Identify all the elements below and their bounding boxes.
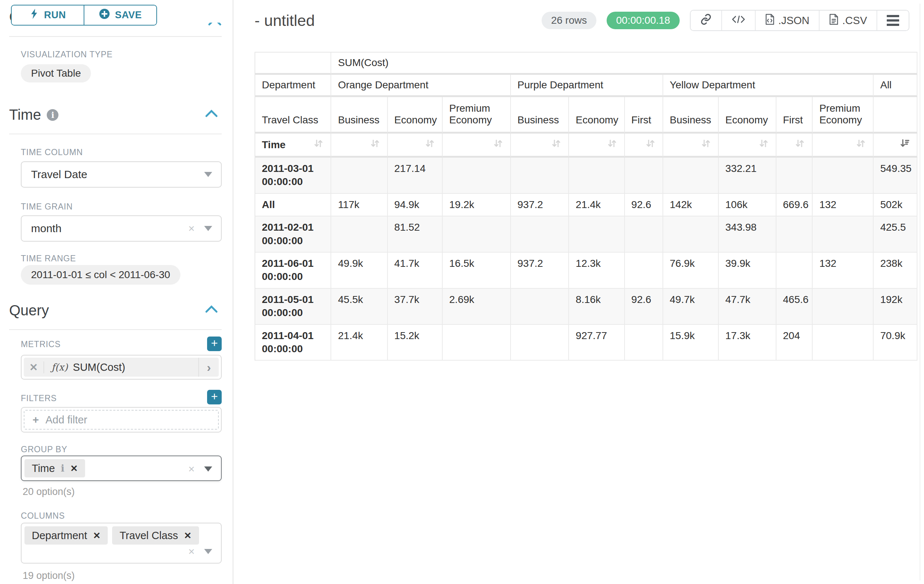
- pivot-department-header: Purple Department: [511, 75, 663, 97]
- sort-column[interactable]: [719, 133, 776, 158]
- sort-icon[interactable]: [424, 138, 436, 151]
- lightning-icon: [30, 8, 39, 22]
- chip-remove-icon[interactable]: ✕: [70, 463, 78, 474]
- pivot-cell: 204: [776, 325, 813, 361]
- add-filter-plus-button[interactable]: +: [207, 390, 222, 405]
- share-link-button[interactable]: [691, 11, 721, 30]
- dimension-chip[interactable]: Department✕: [25, 526, 108, 545]
- sort-column[interactable]: [625, 133, 663, 158]
- view-query-button[interactable]: [721, 11, 755, 30]
- pivot-cell: 142k: [663, 194, 719, 216]
- dimension-chip[interactable]: Travel Class✕: [112, 526, 199, 545]
- add-metric-button[interactable]: +: [207, 337, 222, 351]
- visualization-type-value[interactable]: Pivot Table: [21, 64, 91, 82]
- columns-label: COLUMNS: [21, 511, 65, 521]
- sort-icon[interactable]: [493, 138, 504, 151]
- pivot-cell: 117k: [331, 194, 388, 216]
- sort-icon[interactable]: [551, 138, 562, 151]
- pivot-department-header: All: [874, 75, 917, 97]
- columns-chips: Department✕Travel Class✕: [21, 523, 221, 548]
- time-grain-label: TIME GRAIN: [21, 202, 73, 212]
- chart-type-collapse-chevron[interactable]: [208, 23, 224, 27]
- sort-column[interactable]: [443, 133, 511, 158]
- export-csv-button[interactable]: .CSV: [819, 11, 876, 30]
- remove-metric-icon[interactable]: ✕: [24, 361, 44, 373]
- pivot-cell: [813, 325, 874, 361]
- time-range-value[interactable]: 2011-01-01 ≤ col < 2011-06-30: [21, 265, 180, 285]
- pivot-cell: 669.6: [776, 194, 813, 216]
- pivot-travel-class-header: Premium Economy: [443, 97, 511, 133]
- pivot-travel-class-header: Business: [511, 97, 569, 133]
- save-button[interactable]: SAVE: [84, 5, 156, 25]
- pivot-cell: 49.9k: [331, 253, 388, 289]
- pivot-cell: 106k: [719, 194, 776, 216]
- time-collapse-chevron[interactable]: [205, 110, 218, 119]
- time-column-select[interactable]: Travel Date: [21, 161, 222, 188]
- sort-icon[interactable]: [645, 138, 656, 151]
- metric-name: SUM(Cost): [73, 361, 125, 373]
- pivot-cell: [569, 158, 625, 194]
- pivot-cell: 94.9k: [388, 194, 443, 216]
- pivot-cell: 19.2k: [443, 194, 511, 216]
- chart-menu-button[interactable]: [876, 11, 909, 30]
- pivot-cell: [511, 325, 569, 361]
- pivot-travel-class-header: Economy: [719, 97, 776, 133]
- sort-column[interactable]: [813, 133, 874, 158]
- clear-icon[interactable]: ×: [188, 223, 195, 234]
- sort-icon[interactable]: [701, 138, 711, 151]
- pivot-cell: [813, 158, 874, 194]
- group-by-select[interactable]: Timei✕ ×: [21, 456, 222, 481]
- sort-icon[interactable]: [607, 138, 617, 151]
- pivot-cell: [569, 216, 625, 253]
- sort-desc-icon[interactable]: [899, 138, 910, 151]
- chart-title[interactable]: - untitled: [254, 12, 315, 30]
- export-json-button[interactable]: .JSON: [755, 11, 819, 30]
- sort-icon[interactable]: [313, 138, 324, 151]
- info-icon: i: [61, 463, 64, 474]
- chip-label: Travel Class: [119, 530, 178, 542]
- sort-column[interactable]: [388, 133, 443, 158]
- sort-icon[interactable]: [794, 138, 805, 151]
- chip-remove-icon[interactable]: ✕: [93, 530, 101, 541]
- sort-column-all-active[interactable]: [874, 133, 917, 158]
- pivot-cell: 132: [813, 194, 874, 216]
- pivot-cell: 2.69k: [443, 289, 511, 325]
- sort-column-time[interactable]: Time: [255, 133, 331, 158]
- divider: [9, 36, 222, 37]
- sort-icon[interactable]: [855, 138, 866, 151]
- pivot-cell: [443, 158, 511, 194]
- sort-column[interactable]: [331, 133, 388, 158]
- query-collapse-chevron[interactable]: [205, 305, 218, 315]
- pivot-travel-class-header: Economy: [388, 97, 443, 133]
- metric-chip[interactable]: ✕ ƒ(x) SUM(Cost) ›: [24, 358, 219, 377]
- sort-column[interactable]: [663, 133, 719, 158]
- chevron-right-icon[interactable]: ›: [198, 358, 219, 377]
- time-grain-select[interactable]: month ×: [21, 216, 222, 242]
- visualization-type-label: VISUALIZATION TYPE: [21, 49, 112, 59]
- sort-column[interactable]: [776, 133, 813, 158]
- pivot-cell: [511, 158, 569, 194]
- sort-column[interactable]: [569, 133, 625, 158]
- query-section-heading: Query: [9, 302, 49, 319]
- columns-select[interactable]: Department✕Travel Class✕ ×: [21, 523, 222, 564]
- pivot-row-header: 2011-04-01 00:00:00: [255, 325, 331, 361]
- columns-options-hint: 19 option(s): [23, 570, 75, 581]
- pivot-cell: [776, 158, 813, 194]
- plus-icon: +: [33, 413, 39, 426]
- chip-remove-icon[interactable]: ✕: [184, 530, 192, 541]
- run-button[interactable]: RUN: [12, 5, 84, 25]
- pivot-metric-header: SUM(Cost): [331, 53, 917, 75]
- pivot-cell: 15.2k: [388, 325, 443, 361]
- clear-icon[interactable]: ×: [188, 464, 195, 474]
- filters-label: FILTERS: [21, 393, 57, 403]
- pivot-cell: [776, 253, 813, 289]
- add-filter-button[interactable]: + Add filter: [24, 410, 219, 429]
- sort-column[interactable]: [511, 133, 569, 158]
- time-range-label: TIME RANGE: [21, 254, 76, 263]
- pivot-dimension-label: Department: [255, 75, 331, 97]
- dimension-chip[interactable]: Timei✕: [25, 459, 85, 477]
- sort-icon[interactable]: [758, 138, 769, 151]
- sort-icon[interactable]: [370, 138, 381, 151]
- metrics-control: ✕ ƒ(x) SUM(Cost) ›: [21, 355, 222, 380]
- clear-icon[interactable]: ×: [188, 546, 195, 557]
